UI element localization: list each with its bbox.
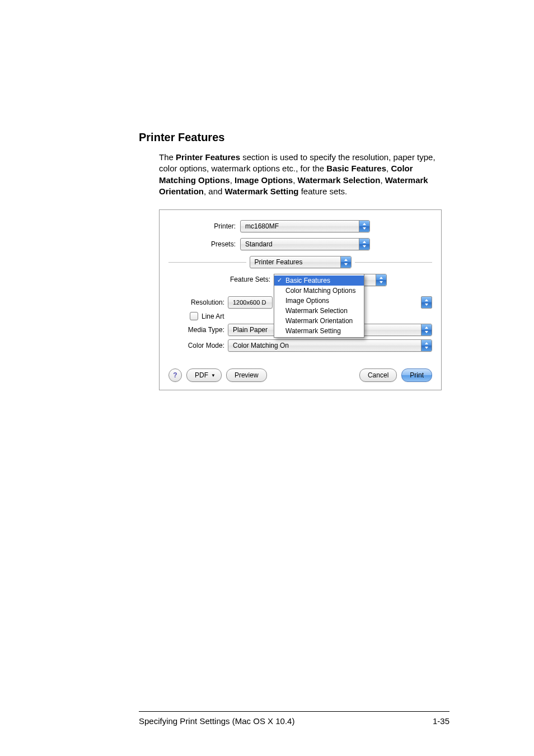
presets-select-value: Standard: [241, 240, 359, 248]
pdf-button[interactable]: PDF ▼: [186, 368, 222, 382]
text: ,: [293, 175, 297, 185]
triangle-down-icon: ▼: [211, 373, 216, 378]
resolution-label: Resolution:: [168, 298, 228, 306]
printer-select-value: mc1680MF: [241, 222, 359, 230]
divider: [168, 262, 246, 263]
chevron-updown-icon: [376, 274, 386, 286]
feature-sets-label: Feature Sets:: [168, 274, 274, 283]
section-heading: Printer Features: [139, 131, 449, 144]
preview-label: Preview: [235, 371, 259, 379]
text: feature sets.: [299, 186, 348, 196]
chevron-updown-icon: [359, 239, 369, 250]
bold: Watermark Selection: [298, 175, 381, 185]
menu-item-label: Watermark Orientation: [285, 317, 353, 325]
chevron-updown-icon: [359, 221, 369, 232]
pane-select[interactable]: Printer Features: [250, 256, 352, 268]
help-icon: ?: [173, 371, 177, 379]
text: , and: [204, 186, 225, 196]
presets-select[interactable]: Standard: [240, 238, 370, 250]
cancel-label: Cancel: [368, 371, 388, 379]
bold: Image Options: [235, 175, 293, 185]
print-button[interactable]: Print: [401, 368, 432, 382]
menu-item-color-matching-options[interactable]: Color Matching Options: [274, 286, 364, 296]
chevron-updown-icon[interactable]: [421, 296, 432, 309]
menu-item-image-options[interactable]: Image Options: [274, 296, 364, 306]
menu-item-basic-features[interactable]: ✓ Basic Features: [274, 276, 364, 286]
chevron-updown-icon: [421, 324, 432, 335]
line-art-label: Line Art: [202, 312, 224, 320]
divider: [355, 262, 433, 263]
color-mode-label: Color Mode:: [168, 342, 228, 349]
feature-sets-menu: ✓ Basic Features Color Matching Options …: [274, 274, 364, 338]
printer-select[interactable]: mc1680MF: [240, 220, 370, 232]
resolution-value: 1200x600 D: [228, 299, 272, 306]
menu-item-watermark-setting[interactable]: Watermark Setting: [274, 326, 364, 336]
color-mode-select[interactable]: Color Matching On: [228, 339, 432, 352]
preview-button[interactable]: Preview: [226, 368, 267, 382]
text: ,: [230, 175, 235, 185]
menu-item-watermark-orientation[interactable]: Watermark Orientation: [274, 316, 364, 326]
page-footer: Specifying Print Settings (Mac OS X 10.4…: [139, 711, 449, 726]
print-label: Print: [410, 371, 424, 379]
pdf-label: PDF: [195, 371, 208, 379]
section-description: The Printer Features section is used to …: [159, 152, 449, 197]
cancel-button[interactable]: Cancel: [359, 368, 397, 382]
footer-left: Specifying Print Settings (Mac OS X 10.4…: [139, 716, 294, 726]
resolution-select[interactable]: 1200x600 D: [228, 296, 273, 309]
menu-item-label: Basic Features: [285, 277, 330, 284]
footer-page-number: 1-35: [433, 716, 449, 726]
menu-item-label: Image Options: [285, 297, 329, 305]
bold: Watermark Setting: [225, 186, 299, 196]
chevron-updown-icon: [421, 340, 432, 351]
text: ,: [380, 175, 385, 185]
bold: Printer Features: [176, 152, 240, 162]
printer-label: Printer:: [168, 222, 240, 230]
text: The: [159, 152, 176, 162]
bold: Basic Features: [326, 164, 386, 173]
menu-item-watermark-selection[interactable]: Watermark Selection: [274, 306, 364, 316]
help-button[interactable]: ?: [168, 368, 182, 382]
pane-select-value: Printer Features: [250, 258, 340, 266]
footer-rule: [139, 711, 449, 712]
presets-label: Presets:: [168, 240, 240, 248]
check-icon: ✓: [277, 277, 282, 284]
menu-item-label: Watermark Setting: [285, 327, 341, 335]
chevron-updown-icon: [340, 256, 351, 268]
menu-item-label: Color Matching Options: [285, 287, 355, 295]
checkbox-box: [190, 312, 198, 320]
color-mode-value: Color Matching On: [228, 342, 421, 349]
media-type-label: Media Type:: [168, 326, 228, 334]
print-dialog: Printer: mc1680MF Presets: Standard: [159, 209, 442, 390]
menu-item-label: Watermark Selection: [285, 307, 348, 315]
